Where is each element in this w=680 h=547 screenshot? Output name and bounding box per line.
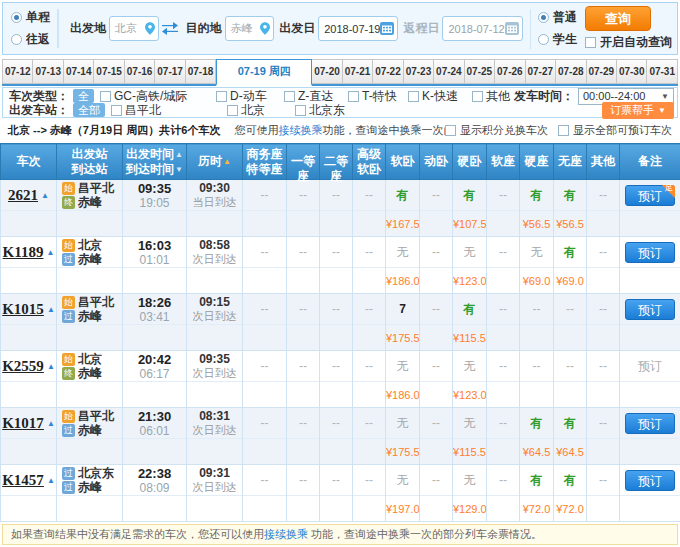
book-button[interactable]: 预订 [625,299,675,320]
checkbox-icon[interactable] [472,91,483,102]
transfer-link[interactable]: 接续换乘 [278,124,322,136]
duration-cell: 09:35次日到达 [187,351,243,382]
seat-other: -- [587,408,620,439]
date-tab[interactable]: 07-30 [617,59,647,84]
depart-station-all-badge[interactable]: 全部 [73,103,105,117]
depart-date-input[interactable]: 2018-07-19 [318,16,398,41]
checkbox-icon[interactable] [295,105,306,116]
booking-helper-button[interactable]: 订票帮手 ▼ [602,102,674,119]
checkbox-icon[interactable] [445,125,456,136]
book-button[interactable]: 预订 [625,413,675,434]
normal-passenger-radio[interactable]: 普通 [538,9,577,26]
date-tab[interactable]: 07-12 [2,59,33,84]
depart-station-option-label: 昌平北 [125,102,161,119]
expand-arrow-icon[interactable]: ▲ [47,305,55,314]
student-passenger-radio[interactable]: 学生 [538,31,577,48]
train-number-link[interactable]: K2559 [2,358,44,374]
expand-arrow-icon[interactable]: ▲ [47,419,55,428]
radio-icon[interactable] [11,34,22,45]
price-value: ¥167.5 [386,218,420,230]
date-tab[interactable]: 07-22 [373,59,403,84]
train-number-link[interactable]: K1189 [3,244,44,260]
transfer-link[interactable]: 接续换乘 [264,528,308,540]
round-trip-radio[interactable]: 往返 [11,31,50,48]
to-city-input[interactable]: 赤峰 [225,16,275,41]
return-date-input[interactable]: 2018-07-12 [442,16,522,41]
book-button[interactable]: 预订 [625,242,675,263]
train-type-all-badge[interactable]: 全部 [73,89,94,103]
expand-arrow-icon[interactable]: ▲ [47,476,55,485]
train-number-link[interactable]: K1017 [2,415,44,431]
calendar-icon[interactable] [380,22,394,35]
checkbox-icon[interactable] [216,91,227,102]
show-points-checkbox[interactable]: 显示积分兑换车次 [445,123,548,138]
checkbox-icon[interactable] [408,91,419,102]
swap-stations-icon[interactable] [161,22,179,35]
checkbox-icon[interactable] [348,91,359,102]
show-all-bookable-checkbox[interactable]: 显示全部可预订车次 [558,123,672,138]
checkbox-icon[interactable] [585,37,596,48]
expand-arrow-icon[interactable]: ▲ [46,248,54,257]
price-business-premium [243,382,287,408]
date-tab-selected[interactable]: 07-19 周四 [216,59,312,86]
price-value: ¥56.5 [523,218,551,230]
date-tab[interactable]: 07-27 [526,59,556,84]
date-tab[interactable]: 07-20 [312,59,342,84]
price-premium-soft-sleeper [353,325,386,351]
checkbox-icon[interactable] [100,91,111,102]
train-type-option[interactable]: 其他 [472,88,514,105]
price-row: ¥197.0¥129.0¥72.0¥72.0 [1,496,680,522]
date-tab[interactable]: 07-23 [404,59,434,84]
checkbox-icon[interactable] [284,91,295,102]
seat-ev-sleeper: -- [420,294,453,325]
column-header[interactable]: 出发时间▲到达时间▼ [123,144,187,180]
book-button-label: 预订 [638,303,662,317]
price-value: ¥64.5 [523,446,551,458]
sort-arrow-icon[interactable]: ▼ [175,165,183,174]
train-number-link[interactable]: K1015 [2,301,44,317]
auto-query-checkbox[interactable]: 开启自动查询 [585,34,672,51]
expand-arrow-icon[interactable]: ▲ [41,191,49,200]
date-tab[interactable]: 07-24 [434,59,464,84]
date-tab[interactable]: 07-25 [465,59,495,84]
date-tab[interactable]: 07-17 [155,59,185,84]
train-number-link[interactable]: 2621 [8,187,38,203]
date-tab[interactable]: 07-15 [94,59,124,84]
date-tab[interactable]: 07-26 [495,59,525,84]
empty-cell [187,211,243,237]
date-tab[interactable]: 07-29 [587,59,617,84]
book-button[interactable]: 预订 [625,470,675,491]
date-tab[interactable]: 07-28 [556,59,586,84]
checkbox-icon[interactable] [558,125,569,136]
empty-cell [123,268,187,294]
checkbox-icon[interactable] [227,105,238,116]
date-tab[interactable]: 07-18 [186,59,216,84]
sort-arrow-icon[interactable]: ▲ [175,150,183,159]
train-type-option[interactable]: K-快速 [408,88,472,105]
seat-premium-soft-sleeper: -- [353,465,386,496]
checkbox-icon[interactable] [111,105,122,116]
book-button[interactable]: 预订足 [625,185,675,206]
train-number-link[interactable]: K1457 [2,472,44,488]
depart-station-option[interactable]: 北京 [227,102,295,119]
expand-arrow-icon[interactable]: ▲ [47,362,55,371]
query-button[interactable]: 查询 [585,6,651,31]
radio-selected-icon[interactable] [11,12,22,23]
one-way-radio[interactable]: 单程 [11,9,50,26]
from-city-input[interactable]: 北京 [109,16,159,41]
depart-station-option[interactable]: 北京东 [295,102,359,119]
depart-station-option[interactable]: 昌平北 [111,102,227,119]
sort-arrow-icon[interactable]: ▲ [223,157,231,166]
station-name: 赤峰 [78,479,102,496]
date-tab[interactable]: 07-21 [343,59,373,84]
price-value: ¥175.5 [386,446,420,458]
date-tab[interactable]: 07-14 [64,59,94,84]
radio-selected-icon[interactable] [538,12,549,23]
seat-hard-seat: -- [520,351,554,382]
location-pin-icon [260,22,270,35]
date-tab[interactable]: 07-31 [647,59,677,84]
column-header[interactable]: 历时▲ [187,144,243,180]
date-tab[interactable]: 07-16 [125,59,155,84]
date-tab[interactable]: 07-13 [33,59,63,84]
radio-icon[interactable] [538,34,549,45]
